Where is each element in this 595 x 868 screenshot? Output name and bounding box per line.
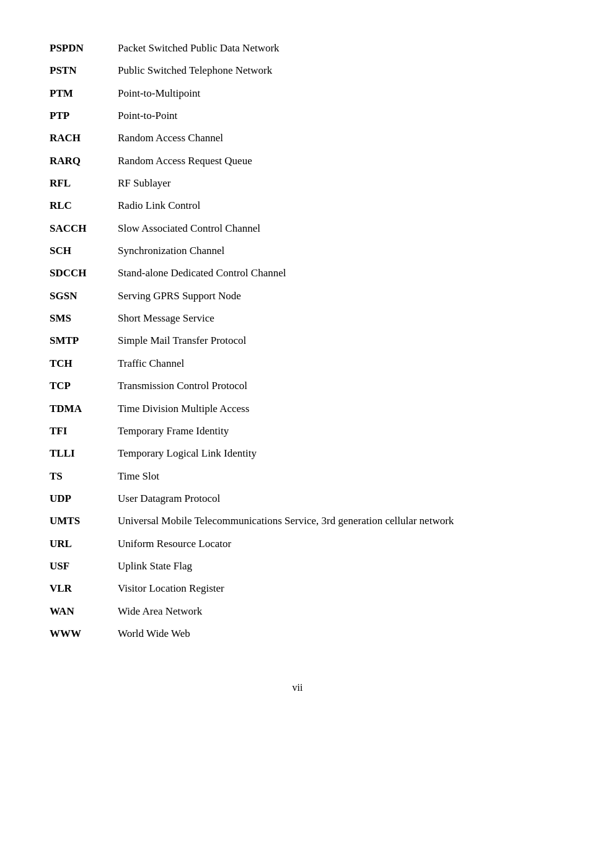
- acronym-definition: Simple Mail Transfer Protocol: [118, 330, 545, 352]
- table-row: RFLRF Sublayer: [50, 172, 545, 195]
- acronym-abbr: RACH: [50, 127, 118, 149]
- acronym-definition: Point-to-Point: [118, 105, 545, 127]
- table-row: WANWide Area Network: [50, 600, 545, 623]
- acronym-definition: Random Access Channel: [118, 127, 545, 149]
- acronym-abbr: SCH: [50, 240, 118, 262]
- acronym-abbr: PTM: [50, 82, 118, 105]
- acronym-definition: Transmission Control Protocol: [118, 375, 545, 397]
- table-row: SDCCHStand-alone Dedicated Control Chann…: [50, 262, 545, 284]
- table-row: RARQRandom Access Request Queue: [50, 150, 545, 172]
- acronym-abbr: SGSN: [50, 285, 118, 307]
- acronym-definition: Uplink State Flag: [118, 555, 545, 577]
- acronym-definition: World Wide Web: [118, 623, 545, 645]
- table-row: TFITemporary Frame Identity: [50, 420, 545, 442]
- acronym-abbr: PTP: [50, 105, 118, 127]
- acronym-abbr: UDP: [50, 488, 118, 510]
- acronym-abbr: TCP: [50, 375, 118, 397]
- acronym-definition: Visitor Location Register: [118, 577, 545, 600]
- acronym-abbr: SDCCH: [50, 262, 118, 284]
- acronym-abbr: RFL: [50, 172, 118, 195]
- acronym-abbr: UMTS: [50, 510, 118, 532]
- table-row: PTPPoint-to-Point: [50, 105, 545, 127]
- acronym-definition: Wide Area Network: [118, 600, 545, 623]
- acronym-abbr: SACCH: [50, 217, 118, 240]
- table-row: PSPDNPacket Switched Public Data Network: [50, 37, 545, 59]
- acronym-abbr: RARQ: [50, 150, 118, 172]
- acronym-abbr: SMS: [50, 307, 118, 330]
- table-row: SMSShort Message Service: [50, 307, 545, 330]
- acronym-definition: Slow Associated Control Channel: [118, 217, 545, 240]
- acronym-definition: Temporary Frame Identity: [118, 420, 545, 442]
- acronym-definition: User Datagram Protocol: [118, 488, 545, 510]
- table-row: USFUplink State Flag: [50, 555, 545, 577]
- table-row: SACCHSlow Associated Control Channel: [50, 217, 545, 240]
- acronym-definition: Universal Mobile Telecommunications Serv…: [118, 510, 545, 532]
- acronym-definition: Radio Link Control: [118, 195, 545, 217]
- table-row: UDPUser Datagram Protocol: [50, 488, 545, 510]
- table-row: TCPTransmission Control Protocol: [50, 375, 545, 397]
- acronym-abbr: TFI: [50, 420, 118, 442]
- table-row: SCHSynchronization Channel: [50, 240, 545, 262]
- acronym-definition: RF Sublayer: [118, 172, 545, 195]
- table-row: RACHRandom Access Channel: [50, 127, 545, 149]
- table-row: SMTPSimple Mail Transfer Protocol: [50, 330, 545, 352]
- acronym-abbr: PSTN: [50, 59, 118, 82]
- acronym-abbr: TS: [50, 465, 118, 488]
- acronym-definition: Serving GPRS Support Node: [118, 285, 545, 307]
- acronym-definition: Temporary Logical Link Identity: [118, 442, 545, 465]
- acronym-definition: Random Access Request Queue: [118, 150, 545, 172]
- acronym-abbr: TLLI: [50, 442, 118, 465]
- acronym-abbr: WWW: [50, 623, 118, 645]
- acronym-definition: Point-to-Multipoint: [118, 82, 545, 105]
- table-row: VLRVisitor Location Register: [50, 577, 545, 600]
- table-row: TSTime Slot: [50, 465, 545, 488]
- acronym-abbr: VLR: [50, 577, 118, 600]
- acronym-definition: Public Switched Telephone Network: [118, 59, 545, 82]
- acronym-definition: Synchronization Channel: [118, 240, 545, 262]
- table-row: WWWWorld Wide Web: [50, 623, 545, 645]
- table-row: SGSNServing GPRS Support Node: [50, 285, 545, 307]
- acronym-abbr: USF: [50, 555, 118, 577]
- table-row: TDMATime Division Multiple Access: [50, 398, 545, 420]
- table-row: URLUniform Resource Locator: [50, 533, 545, 555]
- table-row: UMTSUniversal Mobile Telecommunications …: [50, 510, 545, 532]
- acronym-abbr: TCH: [50, 353, 118, 375]
- table-row: TCHTraffic Channel: [50, 353, 545, 375]
- acronym-definition: Uniform Resource Locator: [118, 533, 545, 555]
- table-row: PTMPoint-to-Multipoint: [50, 82, 545, 105]
- table-row: RLCRadio Link Control: [50, 195, 545, 217]
- acronym-definition: Traffic Channel: [118, 353, 545, 375]
- acronym-definition: Short Message Service: [118, 307, 545, 330]
- page-number: vii: [50, 682, 545, 693]
- table-row: TLLITemporary Logical Link Identity: [50, 442, 545, 465]
- acronym-abbr: TDMA: [50, 398, 118, 420]
- acronym-definition: Time Slot: [118, 465, 545, 488]
- acronym-definition: Stand-alone Dedicated Control Channel: [118, 262, 545, 284]
- acronym-abbr: PSPDN: [50, 37, 118, 59]
- acronym-table: PSPDNPacket Switched Public Data Network…: [50, 37, 545, 645]
- acronym-abbr: RLC: [50, 195, 118, 217]
- acronym-abbr: SMTP: [50, 330, 118, 352]
- table-row: PSTNPublic Switched Telephone Network: [50, 59, 545, 82]
- acronym-abbr: URL: [50, 533, 118, 555]
- acronym-definition: Packet Switched Public Data Network: [118, 37, 545, 59]
- acronym-abbr: WAN: [50, 600, 118, 623]
- acronym-definition: Time Division Multiple Access: [118, 398, 545, 420]
